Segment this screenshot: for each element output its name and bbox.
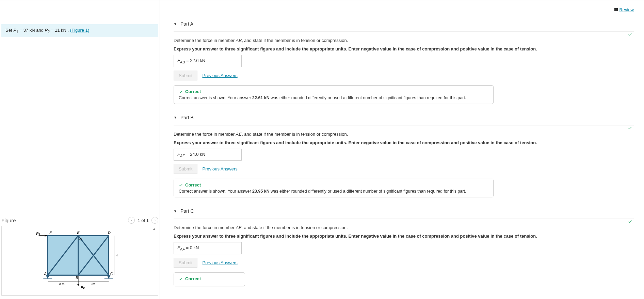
part-a-header[interactable]: ▼ Part A (174, 18, 634, 29)
part-b-submit-button[interactable]: Submit (174, 164, 197, 174)
part-a-instructions: Express your answer to three significant… (174, 46, 634, 51)
pc-fb-title: Correct (185, 276, 201, 281)
figure-title: Figure (1, 218, 16, 223)
caret-down-icon: ▼ (174, 116, 177, 119)
pb-eq: = (185, 152, 190, 157)
check-icon (179, 89, 183, 94)
pc-fsub: AF (180, 247, 185, 251)
scroll-up-icon[interactable]: ▲ (152, 227, 156, 230)
part-a-buttons: Submit Previous Answers (174, 71, 634, 80)
pb-post: , and state if the member is in tension … (242, 132, 348, 137)
pb-fb-title-row: Correct (179, 182, 488, 188)
part-c-title: Part C (180, 208, 194, 214)
part-b-buttons: Submit Previous Answers (174, 164, 634, 174)
part-c-submit-button[interactable]: Submit (174, 258, 197, 268)
caret-down-icon: ▼ (174, 22, 177, 26)
pb-fb-ua: 23.95 kN (252, 189, 270, 194)
left-panel: Set P1 = 37 kN and P2 = 11 kN . (Figure … (0, 0, 160, 299)
pa-post: , and state if the member is in tension … (242, 38, 348, 43)
lbl-D: D (108, 230, 111, 234)
pb-fb-post: was either rounded differently or used a… (270, 189, 466, 194)
pc-eq: = (185, 245, 190, 250)
figure-next-button[interactable]: › (151, 217, 158, 224)
dim-3m-b: 3 m (90, 282, 95, 285)
check-icon (628, 219, 632, 224)
pc-ans: 0 kN (190, 245, 199, 250)
pa-flabel: F (177, 58, 180, 63)
set-prefix: Set (5, 28, 13, 33)
pa-fb-ua: 22.61 kN (252, 95, 270, 100)
p1-val: = 37 kN and (18, 28, 45, 33)
figure-header: Figure ‹ 1 of 1 › (1, 215, 158, 226)
pa-fb-text: Correct answer is shown. Your answer 22.… (179, 95, 488, 100)
part-a-status (174, 32, 634, 38)
caret-down-icon: ▼ (174, 209, 177, 213)
part-a-feedback: Correct Correct answer is shown. Your an… (174, 85, 494, 104)
problem-statement: Set P1 = 37 kN and P2 = 11 kN . (Figure … (1, 24, 158, 37)
part-a-prev-answers-link[interactable]: Previous Answers (202, 73, 237, 78)
review-icon (614, 8, 618, 11)
review-link[interactable]: Review (614, 7, 634, 12)
pb-fsub: AE (180, 153, 185, 158)
part-c-buttons: Submit Previous Answers (174, 258, 634, 268)
right-panel: Review ▼ Part A Determine the force in m… (160, 0, 644, 299)
part-c-prev-answers-link[interactable]: Previous Answers (202, 260, 237, 265)
lbl-G: G (79, 237, 81, 241)
part-c-header[interactable]: ▼ Part C (174, 205, 634, 216)
check-icon (179, 183, 183, 187)
part-c-body: Determine the force in member AF, and st… (174, 225, 634, 286)
pa-eq: = (185, 58, 190, 63)
part-b-feedback: Correct Correct answer is shown. Your an… (174, 179, 494, 197)
pb-pre: Determine the force in member (174, 132, 236, 137)
figure-nav: ‹ 1 of 1 › (128, 217, 158, 224)
pa-member: AB (236, 38, 242, 43)
pc-member: AF (236, 225, 242, 230)
part-a-submit-button[interactable]: Submit (174, 71, 197, 80)
part-c-prompt: Determine the force in member AF, and st… (174, 225, 634, 230)
part-b-body: Determine the force in member AE, and st… (174, 132, 634, 198)
p2-val: = 11 kN . (50, 28, 70, 33)
pb-fb-pre: Correct answer is shown. Your answer (179, 189, 252, 194)
part-a-answer-box[interactable]: FAB = 22.6 kN (174, 55, 242, 67)
pb-flabel: F (177, 152, 180, 157)
p1-sym: P (13, 28, 16, 33)
pc-pre: Determine the force in member (174, 225, 236, 230)
check-icon (628, 32, 632, 36)
review-label: Review (619, 7, 634, 12)
pc-post: , and state if the member is in tension … (241, 225, 348, 230)
pa-fb-title: Correct (185, 89, 201, 94)
pc-flabel: F (177, 245, 180, 250)
lbl-C: C (110, 272, 113, 276)
p2-sym: P (45, 28, 48, 33)
figure-canvas: ▲ (1, 226, 158, 296)
svg-marker-10 (77, 284, 79, 286)
pa-fb-title-row: Correct (179, 89, 488, 94)
part-b-header[interactable]: ▼ Part B (174, 111, 634, 123)
pb-fb-text: Correct answer is shown. Your answer 23.… (179, 189, 488, 194)
part-b-prev-answers-link[interactable]: Previous Answers (202, 166, 237, 171)
app-container: Set P1 = 37 kN and P2 = 11 kN . (Figure … (0, 0, 644, 299)
pb-member: AE (236, 132, 242, 137)
part-b-answer-box[interactable]: FAE = 24.0 kN (174, 149, 242, 161)
pc-fb-title-row: Correct (179, 276, 240, 281)
svg-marker-8 (45, 234, 47, 236)
lbl-A: A (44, 272, 46, 276)
figure-prev-button[interactable]: ‹ (128, 217, 135, 224)
part-b-status (174, 125, 634, 132)
pa-fb-pre: Correct answer is shown. Your answer (179, 95, 252, 100)
dim-4m: 4 m (116, 253, 121, 257)
lbl-P1: P₁ (36, 231, 40, 236)
part-a-body: Determine the force in member AB, and st… (174, 38, 634, 104)
part-c-answer-box[interactable]: FAF = 0 kN (174, 242, 242, 254)
truss-svg: P₁ F E D G A B C P₂ 3 m 3 m 4 m (29, 228, 131, 293)
part-a-prompt: Determine the force in member AB, and st… (174, 38, 634, 43)
problem-text: Set P1 = 37 kN and P2 = 11 kN . (Figure … (5, 28, 89, 33)
figure-link[interactable]: (Figure 1) (70, 28, 89, 33)
pa-pre: Determine the force in member (174, 38, 236, 43)
figure-counter: 1 of 1 (138, 218, 149, 223)
lbl-P2: P₂ (81, 285, 85, 289)
pa-ans: 22.6 kN (190, 58, 205, 63)
pa-fb-post: was either rounded differently or used a… (270, 95, 466, 100)
pa-fsub: AB (180, 60, 185, 64)
top-row: Review (174, 4, 634, 16)
